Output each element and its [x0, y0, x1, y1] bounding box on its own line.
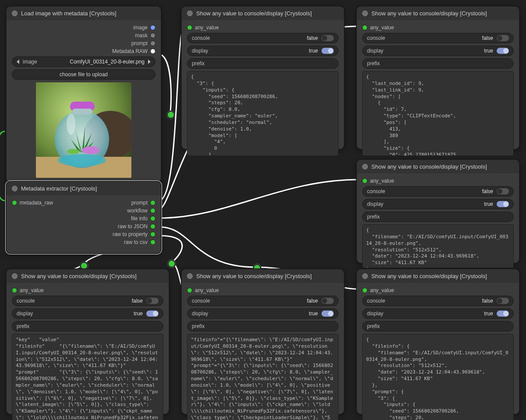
node-metadata-extractor[interactable]: Metadata extractor [Crystools] metadata_… — [6, 181, 161, 254]
output-label: prompt — [131, 200, 148, 206]
collapse-dot-icon[interactable] — [362, 11, 368, 16]
console-toggle[interactable]: consolefalse — [362, 296, 514, 306]
prefix-input[interactable]: prefix — [12, 321, 163, 332]
node-title: Show any value to console/display [Cryst… — [371, 163, 487, 170]
prefix-input[interactable]: prefix — [187, 58, 339, 69]
display-toggle[interactable]: displaytrue — [362, 46, 514, 56]
output-port[interactable] — [150, 25, 155, 30]
node-title-bar[interactable]: Show any value to console/display [Cryst… — [182, 7, 344, 20]
node-title: Show any value to console/display [Cryst… — [371, 273, 487, 279]
output-port[interactable] — [150, 49, 155, 54]
toggle-icon[interactable] — [321, 48, 334, 54]
console-toggle[interactable]: consolefalse — [187, 33, 339, 43]
reroute-node[interactable] — [168, 260, 176, 268]
output-label: prompt — [131, 40, 148, 46]
output-text-display[interactable]: { "3": { "inputs": { "seed": 15668020870… — [187, 71, 339, 156]
output-label: raw to property — [113, 231, 148, 237]
output-text-display[interactable]: { "filename": "E:/AI/SD/comfyUI.input/Co… — [362, 224, 514, 268]
prefix-input[interactable]: prefix — [362, 321, 514, 332]
output-label: image — [133, 25, 148, 31]
output-port[interactable] — [150, 224, 155, 229]
node-load-image[interactable]: Load image with metadata [Crystools] ima… — [6, 6, 161, 183]
display-toggle[interactable]: displaytrue — [12, 308, 163, 319]
toggle-icon[interactable] — [497, 201, 509, 207]
output-port[interactable] — [150, 232, 155, 237]
output-text-display[interactable]: "fileinfo"="{\"filename\": \"E:/AI/SD/co… — [187, 334, 339, 420]
input-port[interactable] — [362, 178, 367, 184]
console-toggle[interactable]: consolefalse — [12, 296, 163, 306]
collapse-dot-icon[interactable] — [187, 273, 193, 279]
node-graph-canvas[interactable]: Load image with metadata [Crystools] ima… — [0, 0, 526, 420]
node-title-bar[interactable]: Show any value to console/display [Cryst… — [7, 269, 169, 283]
display-toggle[interactable]: displaytrue — [187, 308, 339, 319]
input-port[interactable] — [12, 288, 17, 293]
input-port[interactable] — [362, 25, 367, 30]
collapse-dot-icon[interactable] — [12, 273, 18, 279]
node-title-bar[interactable]: Show any value to console/display [Cryst… — [357, 7, 519, 20]
output-port[interactable] — [150, 216, 155, 221]
console-toggle[interactable]: consolefalse — [187, 296, 339, 306]
node-title-bar[interactable]: Show any value to console/display [Cryst… — [357, 269, 519, 283]
collapse-dot-icon[interactable] — [362, 273, 368, 279]
svg-point-6 — [82, 146, 99, 154]
node-title: Show any value to console/display [Cryst… — [196, 10, 312, 17]
display-toggle[interactable]: displaytrue — [362, 199, 514, 209]
input-label: any_value — [370, 178, 394, 184]
collapse-dot-icon[interactable] — [12, 11, 18, 16]
image-selector[interactable]: image ComfyUI_00314_20-8-euler.png — [12, 56, 155, 67]
node-title-bar[interactable]: Metadata extractor [Crystools] — [7, 182, 161, 195]
toggle-icon[interactable] — [497, 48, 509, 54]
node-title-bar[interactable]: Show any value to console/display [Cryst… — [182, 269, 344, 283]
display-toggle[interactable]: displaytrue — [362, 308, 514, 319]
input-port[interactable] — [362, 288, 367, 293]
reroute-node[interactable] — [167, 111, 175, 119]
output-port[interactable] — [150, 33, 155, 38]
collapse-dot-icon[interactable] — [362, 164, 368, 169]
node-show-any[interactable]: Show any value to console/display [Cryst… — [6, 269, 169, 414]
input-label: any_value — [195, 25, 219, 31]
input-port[interactable] — [12, 200, 17, 205]
console-toggle[interactable]: consolefalse — [362, 33, 514, 43]
collapse-dot-icon[interactable] — [12, 186, 18, 191]
node-show-any[interactable]: Show any value to console/display [Cryst… — [357, 159, 519, 263]
chevron-left-icon[interactable] — [17, 60, 19, 64]
collapse-dot-icon[interactable] — [187, 11, 193, 16]
output-text-display[interactable]: "key" "value" "fileinfo" "{\"filename\":… — [12, 334, 163, 420]
toggle-icon[interactable] — [321, 311, 334, 317]
prefix-input[interactable]: prefix — [362, 212, 514, 222]
toggle-icon[interactable] — [497, 298, 509, 304]
toggle-icon[interactable] — [321, 35, 334, 41]
node-show-any[interactable]: Show any value to console/display [Cryst… — [357, 269, 519, 414]
svg-point-8 — [58, 154, 106, 166]
input-port[interactable] — [187, 288, 192, 293]
upload-button[interactable]: choose file to upload — [12, 69, 155, 80]
console-toggle[interactable]: consolefalse — [362, 186, 514, 197]
node-title: Show any value to console/display [Cryst… — [371, 10, 487, 17]
toggle-icon[interactable] — [497, 188, 509, 194]
toggle-icon[interactable] — [497, 35, 509, 41]
output-text-display[interactable]: { "last_node_id": 9, "last_link_id": 9, … — [362, 71, 514, 156]
prefix-input[interactable]: prefix — [362, 58, 514, 69]
output-port[interactable] — [150, 41, 155, 46]
node-show-any[interactable]: Show any value to console/display [Cryst… — [357, 6, 519, 149]
svg-rect-5 — [72, 109, 92, 115]
output-port[interactable] — [150, 200, 155, 205]
output-label: raw to csv — [124, 239, 148, 245]
toggle-icon[interactable] — [321, 298, 334, 304]
node-show-any[interactable]: Show any value to console/display [Cryst… — [181, 6, 344, 149]
output-port[interactable] — [150, 208, 155, 213]
image-preview — [36, 82, 131, 178]
node-title-bar[interactable]: Load image with metadata [Crystools] — [7, 7, 161, 20]
output-port[interactable] — [150, 240, 155, 245]
toggle-icon[interactable] — [146, 311, 159, 317]
node-title-bar[interactable]: Show any value to console/display [Cryst… — [357, 160, 519, 173]
chevron-right-icon[interactable] — [148, 60, 151, 64]
toggle-icon[interactable] — [146, 298, 159, 304]
input-port[interactable] — [187, 25, 192, 30]
node-show-any[interactable]: Show any value to console/display [Cryst… — [181, 269, 344, 414]
output-text-display[interactable]: { "fileinfo": { "filename": "E:/AI/SD/co… — [362, 334, 514, 420]
toggle-icon[interactable] — [497, 311, 509, 317]
display-toggle[interactable]: displaytrue — [187, 46, 339, 56]
node-title: Show any value to console/display [Cryst… — [196, 273, 312, 279]
prefix-input[interactable]: prefix — [187, 321, 339, 332]
